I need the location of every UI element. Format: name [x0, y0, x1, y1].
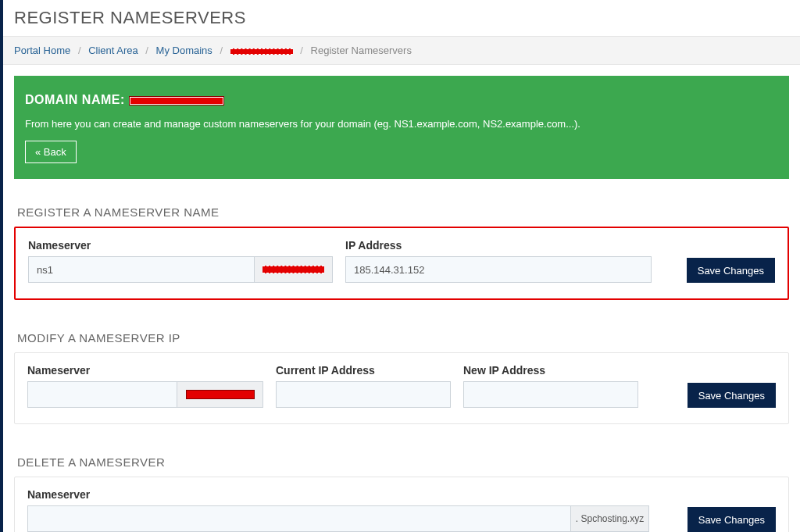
modify-domain-suffix — [177, 381, 263, 408]
delete-heading: DELETE A NAMESERVER — [3, 445, 800, 477]
delete-nameserver-label: Nameserver — [27, 488, 675, 501]
redacted-domain-icon — [230, 48, 293, 55]
register-domain-suffix — [255, 256, 333, 283]
modify-current-ip-input[interactable] — [276, 381, 451, 408]
breadcrumb-domain-redacted[interactable] — [230, 45, 293, 56]
modify-current-ip-field: Current IP Address — [276, 364, 451, 408]
delete-domain-suffix: . Spchosting.xyz — [571, 505, 649, 532]
delete-panel: Nameserver . Spchosting.xyz Save Changes — [14, 477, 789, 532]
modify-new-ip-field: New IP Address — [463, 364, 638, 408]
register-nameserver-label: Nameserver — [28, 239, 333, 252]
delete-nameserver-field: Nameserver . Spchosting.xyz — [27, 488, 675, 532]
breadcrumb: Portal Home / Client Area / My Domains /… — [3, 36, 800, 65]
page-title: REGISTER NAMESERVERS — [3, 0, 800, 36]
breadcrumb-sep: / — [220, 45, 223, 56]
modify-nameserver-input[interactable] — [27, 381, 177, 408]
breadcrumb-client-area[interactable]: Client Area — [88, 45, 138, 56]
register-ip-input[interactable] — [345, 256, 652, 283]
breadcrumb-portal-home[interactable]: Portal Home — [14, 45, 70, 56]
modify-heading: MODIFY A NAMESERVER IP — [3, 320, 800, 352]
register-ip-label: IP Address — [345, 239, 652, 252]
modify-save-button[interactable]: Save Changes — [688, 383, 776, 408]
modify-nameserver-field: Nameserver — [27, 364, 263, 408]
modify-new-ip-label: New IP Address — [463, 364, 638, 377]
breadcrumb-current: Register Nameservers — [311, 45, 412, 56]
redacted-suffix-icon — [262, 266, 324, 273]
breadcrumb-my-domains[interactable]: My Domains — [156, 45, 212, 56]
breadcrumb-sep: / — [300, 45, 303, 56]
breadcrumb-sep: / — [145, 45, 148, 56]
register-ip-field: IP Address — [345, 239, 652, 283]
domain-name-heading: DOMAIN NAME: — [25, 93, 773, 107]
domain-banner: DOMAIN NAME: From here you can create an… — [14, 76, 789, 179]
breadcrumb-sep: / — [78, 45, 81, 56]
modify-nameserver-label: Nameserver — [27, 364, 263, 377]
modify-new-ip-input[interactable] — [463, 381, 638, 408]
redacted-domain-icon — [129, 96, 224, 105]
back-button[interactable]: « Back — [25, 141, 77, 163]
register-panel: Nameserver IP Address Save Changes — [14, 227, 789, 300]
register-heading: REGISTER A NAMESERVER NAME — [3, 195, 800, 227]
redacted-suffix-icon — [186, 390, 255, 399]
banner-description: From here you can create and manage cust… — [25, 118, 773, 130]
delete-nameserver-input[interactable] — [27, 505, 571, 532]
modify-current-ip-label: Current IP Address — [276, 364, 451, 377]
register-nameserver-field: Nameserver — [28, 239, 333, 283]
register-save-button[interactable]: Save Changes — [687, 258, 775, 283]
domain-name-prefix: DOMAIN NAME: — [25, 93, 129, 106]
delete-save-button[interactable]: Save Changes — [688, 507, 776, 532]
register-nameserver-input[interactable] — [28, 256, 255, 283]
modify-panel: Nameserver Current IP Address New IP Add… — [14, 352, 789, 424]
